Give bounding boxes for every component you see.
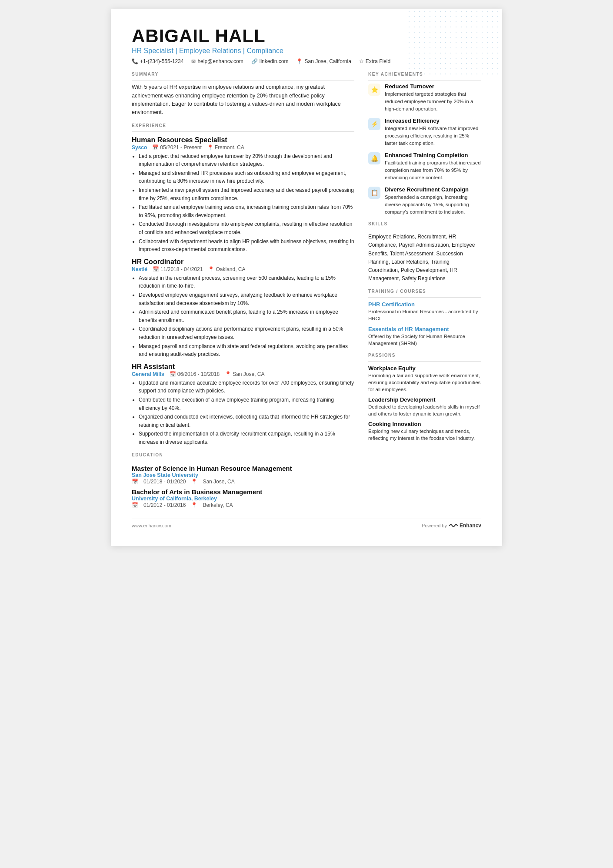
brand-name: Enhancv xyxy=(460,523,481,529)
powered-by-label: Powered by xyxy=(422,523,447,528)
footer-brand: Powered by Enhancv xyxy=(422,523,481,529)
linkedin-icon: 🔗 xyxy=(251,58,258,64)
passions-divider xyxy=(368,361,481,362)
extra-value: Extra Field xyxy=(366,58,390,64)
job-meta-1: Nestlé 📅 11/2018 - 04/2021 📍 Oakland, CA xyxy=(132,266,354,272)
job-bullets-1: Assisted in the recruitment process, scr… xyxy=(132,274,354,359)
contact-row: 📞 +1-(234)-555-1234 ✉ help@enhancv.com 🔗… xyxy=(132,58,481,64)
main-layout: SUMMARY With 5 years of HR expertise in … xyxy=(132,72,481,508)
job-location-0: 📍 Fremont, CA xyxy=(207,144,244,151)
bullet-2-3: Supported the implementation of a divers… xyxy=(139,430,354,446)
skills-label: SKILLS xyxy=(368,221,481,226)
job-location-2: 📍 San Jose, CA xyxy=(225,371,264,377)
training-label: TRAINING / COURSES xyxy=(368,289,481,294)
job-meta-0: Sysco 📅 05/2021 - Present 📍 Fremont, CA xyxy=(132,144,354,151)
experience-divider xyxy=(132,131,354,132)
edu-school-1: University of California, Berkeley xyxy=(132,496,354,502)
phone-icon: 📞 xyxy=(132,58,138,64)
bullet-2-2: Organized and conducted exit interviews,… xyxy=(139,413,354,429)
job-dates-1: 📅 11/2018 - 04/2021 xyxy=(153,266,203,272)
extra-contact: ☆ Extra Field xyxy=(359,58,390,64)
course-desc-0: Professional in Human Resources - accred… xyxy=(368,308,481,322)
calendar-icon-1: 📅 xyxy=(153,266,159,272)
location-icon-1: 📍 xyxy=(208,266,214,272)
achievement-icon-0: ⭐ xyxy=(368,84,380,96)
skills-text: Employee Relations, Recruitment, HR Comp… xyxy=(368,233,481,283)
edu-location-icon-1: 📍 xyxy=(191,502,197,508)
bullet-1-3: Coordinated disciplinary actions and per… xyxy=(139,325,354,341)
job-company-2: General Mills xyxy=(132,371,164,377)
job-title-1: HR Coordinator xyxy=(132,258,354,266)
star-icon: ☆ xyxy=(359,58,364,64)
bullet-1-0: Assisted in the recruitment process, scr… xyxy=(139,274,354,290)
job-meta-2: General Mills 📅 06/2016 - 10/2018 📍 San … xyxy=(132,371,354,377)
candidate-name: ABIGAIL HALL xyxy=(132,26,481,46)
achievement-title-2: Enhanced Training Completion xyxy=(385,152,481,158)
phone-contact: 📞 +1-(234)-555-1234 xyxy=(132,58,183,64)
course-title-0: PHR Certification xyxy=(368,301,481,308)
experience-label: EXPERIENCE xyxy=(132,123,354,128)
passion-desc-1: Dedicated to developing leadership skill… xyxy=(368,403,481,417)
achievements-label: KEY ACHIEVEMENTS xyxy=(368,72,481,77)
resume-page: ABIGAIL HALL HR Specialist | Employee Re… xyxy=(111,9,502,546)
footer-website: www.enhancv.com xyxy=(132,523,171,528)
job-location-1: 📍 Oakland, CA xyxy=(208,266,245,272)
achievement-title-3: Diverse Recruitment Campaign xyxy=(385,186,481,193)
enhancv-logo: Enhancv xyxy=(449,523,481,529)
bullet-0-4: Conducted thorough investigations into e… xyxy=(139,220,354,236)
calendar-icon-0: 📅 xyxy=(152,144,159,151)
left-column: SUMMARY With 5 years of HR expertise in … xyxy=(132,72,354,508)
email-value: help@enhancv.com xyxy=(197,58,243,64)
bullet-0-0: Led a project that reduced employee turn… xyxy=(139,152,354,168)
achievement-1: ⚡ Increased Efficiency Integrated new HR… xyxy=(368,117,481,147)
location-icon-0: 📍 xyxy=(207,144,213,151)
header-divider xyxy=(132,69,481,69)
right-column: KEY ACHIEVEMENTS ⭐ Reduced Turnover Impl… xyxy=(368,72,481,508)
phone-value: +1-(234)-555-1234 xyxy=(140,58,183,64)
linkedin-contact: 🔗 linkedin.com xyxy=(251,58,289,64)
bullet-0-1: Managed and streamlined HR processes suc… xyxy=(139,169,354,185)
passions-label: PASSIONS xyxy=(368,353,481,358)
summary-text: With 5 years of HR expertise in employee… xyxy=(132,83,354,117)
job-company-1: Nestlé xyxy=(132,266,147,272)
job-title-2: HR Assistant xyxy=(132,363,354,371)
achievement-icon-2: 🔔 xyxy=(368,152,380,164)
enhancv-logo-icon xyxy=(449,523,458,529)
edu-calendar-icon-0: 📅 xyxy=(132,479,138,485)
skills-divider xyxy=(368,230,481,230)
passion-desc-0: Promoting a fair and supportive work env… xyxy=(368,372,481,393)
bullet-0-3: Facilitated annual employee training ses… xyxy=(139,203,354,219)
achievement-title-0: Reduced Turnover xyxy=(385,83,481,90)
course-desc-1: Offered by the Society for Human Resourc… xyxy=(368,333,481,347)
achievement-title-1: Increased Efficiency xyxy=(385,117,481,124)
achievement-desc-1: Integrated new HR software that improved… xyxy=(385,125,481,147)
edu-meta-0: 📅 01/2018 - 01/2020 📍 San Jose, CA xyxy=(132,479,354,485)
achievement-3: 📋 Diverse Recruitment Campaign Spearhead… xyxy=(368,186,481,215)
candidate-title: HR Specialist | Employee Relations | Com… xyxy=(132,47,481,55)
achievement-desc-2: Facilitated training programs that incre… xyxy=(385,159,481,181)
edu-degree-0: Master of Science in Human Resource Mana… xyxy=(132,465,354,472)
achievement-icon-1: ⚡ xyxy=(368,118,380,130)
calendar-icon-2: 📅 xyxy=(170,371,176,377)
achievement-icon-3: 📋 xyxy=(368,187,380,199)
linkedin-value: linkedin.com xyxy=(260,58,289,64)
location-contact: 📍 San Jose, California xyxy=(296,58,351,64)
footer: www.enhancv.com Powered by Enhancv xyxy=(132,519,481,529)
summary-label: SUMMARY xyxy=(132,72,354,77)
education-divider xyxy=(132,461,354,461)
edu-location-icon-0: 📍 xyxy=(191,479,197,485)
job-title-0: Human Resources Specialist xyxy=(132,136,354,144)
edu-meta-1: 📅 01/2012 - 01/2016 📍 Berkeley, CA xyxy=(132,502,354,508)
bullet-0-5: Collaborated with department heads to al… xyxy=(139,238,354,254)
bullet-2-1: Contributed to the execution of a new em… xyxy=(139,396,354,412)
education-label: EDUCATION xyxy=(132,452,354,457)
achievements-divider xyxy=(368,80,481,80)
achievement-0: ⭐ Reduced Turnover Implemented targeted … xyxy=(368,83,481,112)
bullet-1-1: Developed employee engagement surveys, a… xyxy=(139,291,354,307)
location-icon: 📍 xyxy=(296,58,303,64)
achievement-desc-0: Implemented targeted strategies that red… xyxy=(385,90,481,112)
job-dates-0: 📅 05/2021 - Present xyxy=(152,144,201,151)
job-bullets-2: Updated and maintained accurate employee… xyxy=(132,379,354,446)
email-icon: ✉ xyxy=(191,58,196,64)
edu-calendar-icon-1: 📅 xyxy=(132,502,138,508)
